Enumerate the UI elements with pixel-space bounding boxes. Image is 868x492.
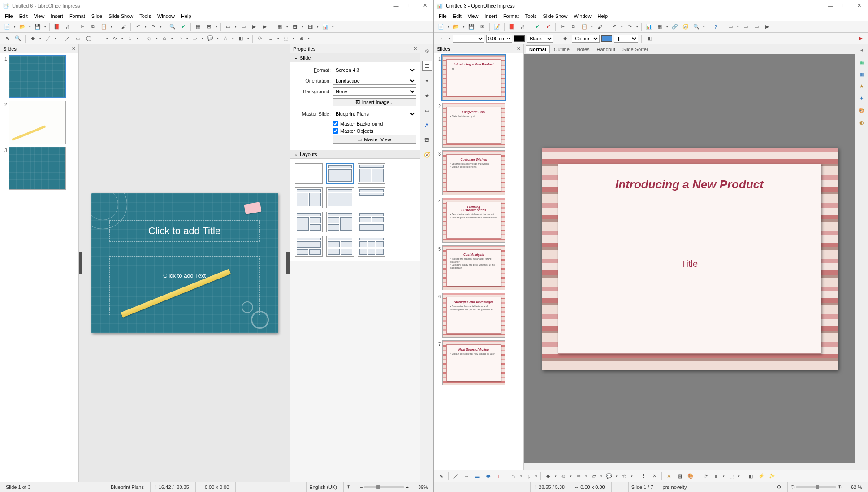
clone-format-icon[interactable]: 🖌	[118, 22, 128, 32]
menu-tools[interactable]: Tools	[137, 13, 154, 20]
menu-tools[interactable]: Tools	[523, 13, 540, 20]
flowchart-icon[interactable]: ▱	[589, 471, 599, 481]
background-select[interactable]: None	[333, 87, 416, 96]
open-dropdown[interactable]: ▾	[28, 25, 32, 29]
redo-icon[interactable]: ↷	[148, 22, 158, 32]
export-pdf-icon[interactable]: 📕	[507, 22, 517, 32]
layouts-icon[interactable]: ▦	[859, 71, 864, 77]
menu-window[interactable]: Window	[571, 13, 594, 20]
title-placeholder[interactable]: Click to add Title	[109, 220, 260, 242]
align-icon[interactable]: ≡	[266, 34, 276, 44]
horizontal-scrollbar[interactable]	[524, 463, 855, 470]
chevron-down-icon[interactable]: ⌄	[294, 55, 298, 61]
line-colour-select[interactable]: Black	[527, 35, 553, 43]
sidebar-properties-icon[interactable]: ☰	[422, 61, 432, 71]
presentation-icon[interactable]: ▶	[762, 22, 772, 32]
extrusion-icon[interactable]: ◧	[746, 471, 756, 481]
line-color-icon[interactable]: ／	[43, 34, 53, 44]
main-slide[interactable]: Introducing a New Product Title	[542, 148, 838, 370]
format-select[interactable]: Screen 4:3	[333, 66, 416, 74]
slide-subtitle[interactable]: Title	[558, 259, 821, 269]
slide-thumb-3[interactable]	[9, 147, 66, 190]
animation-icon[interactable]: ✨	[767, 471, 777, 481]
paste-icon[interactable]: 📋	[99, 22, 109, 32]
undo-icon[interactable]: ↶	[609, 22, 619, 32]
sidebar-master-slides-icon[interactable]: ▭	[422, 105, 432, 115]
menu-file[interactable]: File	[2, 13, 16, 20]
menu-format[interactable]: Format	[67, 13, 88, 20]
insert-media-icon[interactable]: 🎞	[305, 22, 315, 32]
maximize-button[interactable]: ☐	[838, 1, 851, 10]
fill-color-icon[interactable]: ◆	[28, 34, 38, 44]
hyperlink-icon[interactable]: 🔗	[670, 22, 680, 32]
connector-icon[interactable]: ⤵	[125, 34, 135, 44]
zoom-icon[interactable]: 🔍	[691, 22, 701, 32]
status-language[interactable]: English (UK)	[306, 482, 340, 492]
save-icon[interactable]: 💾	[466, 22, 476, 32]
chart-icon[interactable]: 📊	[644, 22, 654, 32]
curve-icon[interactable]: ∿	[110, 34, 120, 44]
chevron-down-icon[interactable]: ⌄	[294, 151, 298, 157]
tab-notes[interactable]: Notes	[574, 46, 593, 53]
new-slide-icon[interactable]: ▭	[741, 22, 751, 32]
basic-shapes-icon[interactable]: ◆	[543, 471, 553, 481]
master-objects-checkbox[interactable]	[333, 128, 338, 134]
zoom-out-icon[interactable]: ⊖	[790, 484, 795, 490]
insert-table-icon[interactable]: ▦	[275, 22, 285, 32]
editor-area[interactable]: Click to add Title Click to add Text	[79, 44, 290, 482]
cut-icon[interactable]: ✂	[558, 22, 568, 32]
text-placeholder[interactable]: Click to add Text	[109, 256, 260, 315]
insert-image-icon[interactable]: 🖼	[290, 22, 300, 32]
pane-config-icon[interactable]: ◐	[859, 120, 864, 126]
rectangle-icon[interactable]: ▭	[73, 34, 83, 44]
format-paintbrush-icon[interactable]: 🖌	[595, 22, 605, 32]
custom-animation-icon[interactable]: ✦	[859, 96, 864, 101]
main-slide[interactable]: Click to add Title Click to add Text	[91, 193, 278, 333]
tab-outline[interactable]: Outline	[551, 46, 573, 53]
master-pages-icon[interactable]: ▦	[859, 59, 864, 65]
basic-shapes-icon[interactable]: ◇	[144, 34, 154, 44]
layout-2over1[interactable]	[358, 212, 385, 232]
close-button[interactable]: ✕	[418, 1, 432, 10]
3d-icon[interactable]: ◧	[236, 34, 246, 44]
zoom-in-icon[interactable]: +	[406, 484, 409, 490]
start-beginning-icon[interactable]: ▶	[249, 22, 259, 32]
layout-blank[interactable]	[295, 163, 323, 184]
menu-help[interactable]: Help	[178, 13, 194, 20]
area-style-icon[interactable]: ◆	[560, 34, 570, 44]
panel-close-icon[interactable]: ✕	[72, 46, 76, 52]
print-icon[interactable]: 🖨	[63, 22, 73, 32]
zoom-in-icon[interactable]: ⊕	[838, 484, 842, 490]
slide-title[interactable]: Introducing a New Product	[558, 178, 821, 192]
redo-dropdown[interactable]: ▾	[159, 25, 163, 29]
insert-chart-icon[interactable]: 📊	[320, 22, 330, 32]
line-style-select[interactable]: ———	[453, 35, 484, 43]
menu-file[interactable]: File	[436, 13, 449, 20]
status-zoom[interactable]: 62 %	[848, 482, 865, 492]
callouts-icon[interactable]: 💬	[205, 34, 215, 44]
insert-mode[interactable]	[611, 482, 625, 492]
layout-title-content[interactable]	[326, 163, 354, 184]
tab-handout[interactable]: Handout	[594, 46, 619, 53]
layout-1over2[interactable]	[295, 236, 323, 257]
layout-6content[interactable]	[358, 236, 385, 257]
editor-area[interactable]: Introducing a New Product Title	[524, 54, 855, 463]
select-icon[interactable]: ⬉	[436, 471, 446, 481]
slide-thumb-1[interactable]: Introducing a New ProductTitle	[442, 55, 505, 100]
menu-help[interactable]: Help	[595, 13, 611, 20]
slide-thumb-3[interactable]: Customer Wishes• Describe customer needs…	[442, 150, 505, 195]
undo-dropdown[interactable]: ▾	[144, 25, 147, 29]
shadow-icon[interactable]: ◧	[645, 34, 655, 44]
minimize-button[interactable]: —	[824, 1, 837, 10]
email-icon[interactable]: ✉	[477, 22, 487, 32]
line-color-swatch[interactable]	[514, 35, 525, 42]
fill-type-select[interactable]: Colour	[572, 35, 600, 43]
new-icon[interactable]: 📄	[2, 22, 12, 32]
fit-slide-icon[interactable]: ⊕	[343, 482, 353, 492]
export-pdf-icon[interactable]: 📕	[52, 22, 62, 32]
layout-title-only[interactable]	[295, 187, 323, 208]
find-icon[interactable]: 🔍	[168, 22, 177, 32]
ellipse-icon[interactable]: ◯	[84, 34, 94, 44]
glue-points-icon[interactable]: ✕	[649, 471, 659, 481]
save-dropdown[interactable]: ▾	[43, 25, 47, 29]
